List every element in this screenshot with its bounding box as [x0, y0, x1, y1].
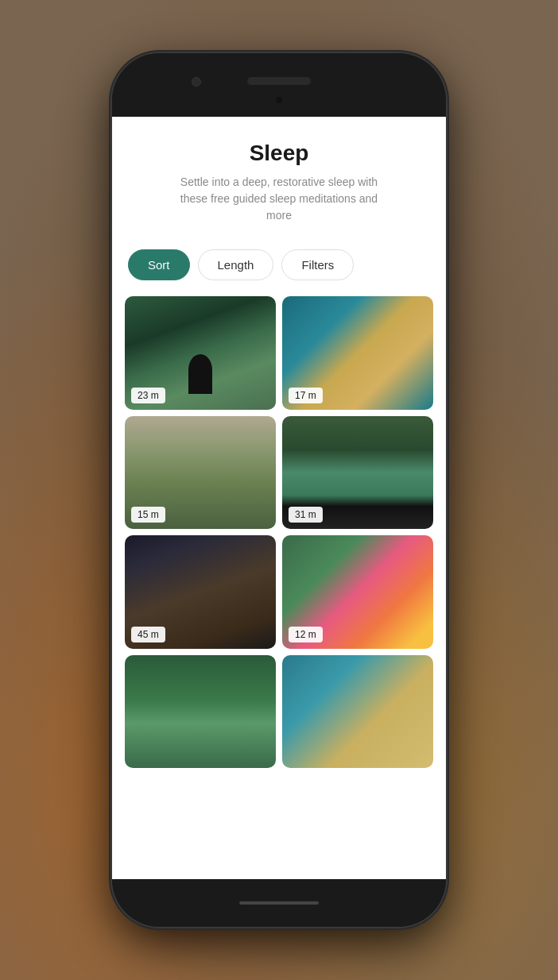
- page-subtitle: Settle into a deep, restorative sleep wi…: [176, 174, 382, 224]
- media-item[interactable]: 15 m: [125, 416, 276, 530]
- media-item[interactable]: [125, 655, 276, 769]
- tab-length[interactable]: Length: [198, 249, 274, 280]
- media-item[interactable]: 12 m: [282, 535, 433, 649]
- duration-badge: 12 m: [289, 627, 323, 642]
- app-header: Sleep Settle into a deep, restorative sl…: [112, 117, 446, 237]
- media-item[interactable]: 45 m: [125, 535, 276, 649]
- thumbnail-forest-path: [125, 655, 276, 769]
- tab-filters[interactable]: Filters: [281, 249, 354, 280]
- front-camera-icon: [276, 97, 282, 103]
- media-item[interactable]: [282, 655, 433, 769]
- phone-screen: Sleep Settle into a deep, restorative sl…: [112, 117, 446, 879]
- tab-sort[interactable]: Sort: [128, 249, 190, 280]
- media-item[interactable]: 17 m: [282, 296, 433, 410]
- media-grid: 23 m 17 m 15 m 31 m: [112, 296, 446, 768]
- duration-badge: 17 m: [289, 388, 323, 403]
- phone-top-bar: [112, 53, 446, 117]
- phone-bottom-bar: [112, 879, 446, 927]
- media-item[interactable]: 23 m: [125, 296, 276, 410]
- thumbnail-aerial-beach2: [282, 655, 433, 769]
- duration-badge: 23 m: [131, 388, 165, 403]
- filter-tabs-bar: Sort Length Filters: [112, 237, 446, 296]
- phone-wrapper: Sleep Settle into a deep, restorative sl…: [96, 21, 462, 959]
- screen-content: Sleep Settle into a deep, restorative sl…: [112, 117, 446, 879]
- media-item[interactable]: 31 m: [282, 416, 433, 530]
- duration-badge: 31 m: [289, 507, 323, 523]
- page-title: Sleep: [128, 141, 430, 166]
- camera-dot: [192, 77, 201, 87]
- duration-badge: 45 m: [131, 627, 165, 642]
- speaker-grill: [247, 77, 311, 85]
- duration-badge: 15 m: [131, 507, 165, 523]
- home-indicator: [239, 901, 319, 905]
- phone-body: Sleep Settle into a deep, restorative sl…: [112, 53, 446, 927]
